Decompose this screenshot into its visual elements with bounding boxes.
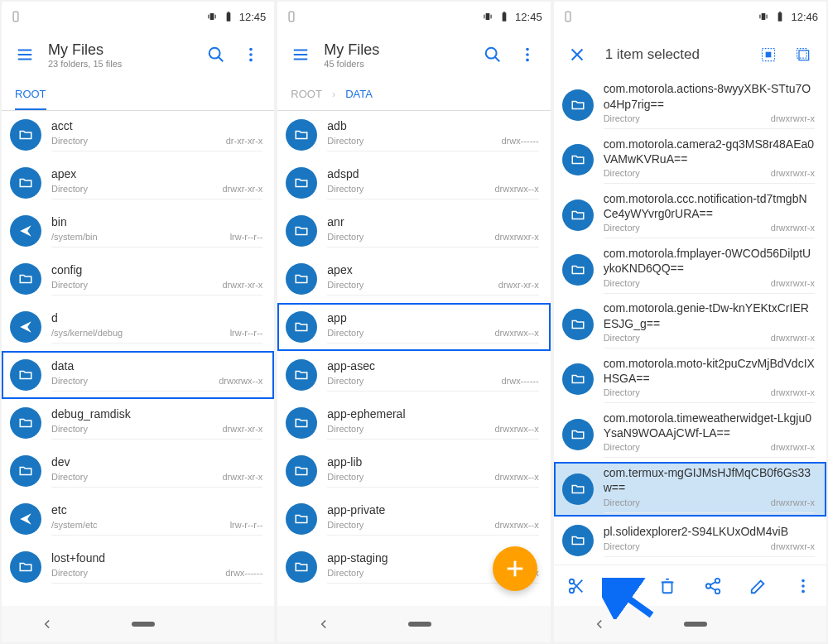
svg-rect-17 (484, 15, 484, 19)
file-item[interactable]: bin/system/binlrw-r--r-- (2, 207, 274, 255)
vibrate-icon (482, 11, 493, 22)
file-item[interactable]: app-privateDirectorydrwxrwx--x (277, 495, 550, 543)
file-type-badge (10, 215, 41, 247)
file-item[interactable]: pl.solidexplorer2-S94LKUxOdM4viBDirector… (554, 517, 826, 565)
nav-home[interactable] (408, 620, 431, 628)
search-icon (484, 46, 502, 64)
close-selection-button[interactable] (561, 38, 594, 71)
device-icon (10, 11, 22, 22)
svg-point-60 (802, 589, 806, 593)
breadcrumb-root[interactable]: ROOT (291, 88, 322, 100)
folder-icon (294, 320, 309, 334)
vibrate-icon (206, 11, 218, 22)
file-permissions: drwxrwx--x (494, 424, 538, 434)
file-permissions: dr-xr-xr-x (226, 136, 263, 146)
file-item[interactable]: debug_ramdiskDirectorydrwxr-xr-x (2, 399, 274, 447)
file-type: Directory (604, 497, 640, 507)
battery-icon (223, 11, 234, 22)
svg-rect-34 (760, 15, 761, 19)
phone-screen-3: 12:46 1 item selected com.motorola.actio… (554, 2, 826, 642)
fab-add-button[interactable] (493, 546, 537, 591)
nav-home[interactable] (684, 620, 707, 628)
file-item[interactable]: app-asecDirectorydrwx------ (277, 351, 550, 399)
file-item[interactable]: com.motorola.actions-8wyyXBK-STtu7Oo4Hp7… (554, 78, 826, 132)
select-all-button[interactable] (752, 38, 785, 71)
file-type: Directory (604, 113, 640, 123)
file-item[interactable]: apexDirectorydrwxr-xr-x (277, 255, 550, 303)
file-item[interactable]: etc/system/etclrw-r--r-- (2, 495, 274, 543)
file-item[interactable]: app-ephemeralDirectorydrwxrwx--x (277, 399, 550, 447)
nav-home[interactable] (132, 620, 155, 628)
svg-rect-43 (797, 49, 806, 59)
nav-back[interactable] (40, 617, 55, 632)
svg-point-26 (526, 48, 529, 51)
file-item[interactable]: com.motorola.ccc.notification-td7tmgbNCe… (554, 188, 826, 243)
select-range-button[interactable] (787, 38, 820, 71)
chevron-left-icon (40, 617, 55, 632)
file-type-badge (10, 119, 41, 151)
file-item[interactable]: configDirectorydrwxr-xr-x (2, 255, 274, 303)
file-item[interactable]: com.motorola.timeweatherwidget-Lkgju0Ysa… (554, 407, 826, 462)
file-name: bin (51, 214, 262, 229)
file-type-badge (286, 119, 317, 151)
svg-point-28 (526, 59, 529, 62)
file-type: Directory (604, 278, 640, 288)
file-list[interactable]: com.motorola.actions-8wyyXBK-STtu7Oo4Hp7… (554, 78, 826, 565)
file-list[interactable]: adbDirectorydrwx------adspdDirectorydrwx… (277, 111, 550, 606)
file-type-badge (562, 363, 594, 395)
file-item[interactable]: apexDirectorydrwxr-xr-x (2, 159, 274, 207)
file-item[interactable]: d/sys/kernel/debuglrw-r--r-- (2, 303, 274, 351)
file-type: /system/bin (51, 232, 98, 242)
file-list[interactable]: acctDirectorydr-xr-xr-xapexDirectorydrwx… (2, 111, 274, 606)
file-item[interactable]: adbDirectorydrwx------ (277, 111, 550, 159)
file-item[interactable]: lost+foundDirectorydrwx------ (2, 543, 274, 591)
file-item[interactable]: com.motorola.genie-tDw-knYEKtxCrIERESJG_… (554, 297, 826, 352)
file-name: d (51, 310, 262, 325)
phone-screen-1: 12:45 My Files 23 folders, 15 files ROOT… (2, 2, 274, 642)
breadcrumb-root[interactable]: ROOT (15, 88, 46, 110)
file-item[interactable]: app-libDirectorydrwxrwx--x (277, 447, 550, 495)
search-button[interactable] (200, 38, 233, 71)
file-item[interactable]: appDirectorydrwxrwx--x (277, 303, 550, 351)
folder-icon (18, 272, 33, 286)
file-name: app-private (327, 502, 538, 517)
overflow-button[interactable] (511, 38, 544, 71)
file-name: debug_ramdisk (51, 406, 262, 421)
menu-button[interactable] (8, 38, 41, 71)
rename-button[interactable] (742, 570, 775, 603)
file-type-badge (562, 473, 594, 505)
file-item[interactable]: com.motorola.camera2-gq3MS8r48AEa0VAMwKV… (554, 132, 826, 187)
menu-button[interactable] (284, 38, 317, 71)
folder-icon (570, 208, 585, 223)
svg-rect-15 (289, 12, 294, 22)
search-button[interactable] (476, 38, 509, 71)
file-type-badge (10, 503, 41, 535)
copy-button[interactable] (605, 570, 638, 603)
folder-icon (570, 533, 585, 548)
file-name: app (327, 310, 538, 325)
file-item[interactable]: com.termux-mgGIJMsHJfMqCB0f6Gs33w==Direc… (554, 462, 826, 517)
share-button[interactable] (696, 570, 729, 603)
file-item[interactable]: dataDirectorydrwxrwx--x (2, 351, 274, 399)
file-item[interactable]: com.motorola.moto-kit2puCzvMjBdVdcIXHSGA… (554, 352, 826, 406)
file-type-badge (10, 455, 41, 487)
hamburger-icon (16, 46, 34, 64)
cut-button[interactable] (560, 570, 593, 603)
nav-back[interactable] (316, 617, 331, 632)
file-item[interactable]: adspdDirectorydrwxrwx--x (277, 159, 550, 207)
file-item[interactable]: anrDirectorydrwxrwxr-x (277, 207, 550, 255)
breadcrumb: ROOT › DATA (277, 78, 550, 111)
pencil-icon (749, 577, 768, 595)
file-name: app-ephemeral (327, 406, 538, 421)
file-permissions: drwxrwxr-x (771, 168, 815, 178)
breadcrumb-data[interactable]: DATA (345, 88, 373, 100)
file-item[interactable]: acctDirectorydr-xr-xr-x (2, 111, 274, 159)
nav-back[interactable] (592, 617, 607, 632)
file-permissions: drwxrwxr-x (771, 113, 815, 123)
delete-button[interactable] (651, 570, 684, 603)
more-button[interactable] (787, 570, 820, 603)
device-icon (562, 11, 574, 22)
overflow-button[interactable] (234, 38, 267, 71)
file-item[interactable]: com.motorola.fmplayer-0WCOd56DilptUykoKN… (554, 243, 826, 297)
file-item[interactable]: devDirectorydrwxr-xr-x (2, 447, 274, 495)
